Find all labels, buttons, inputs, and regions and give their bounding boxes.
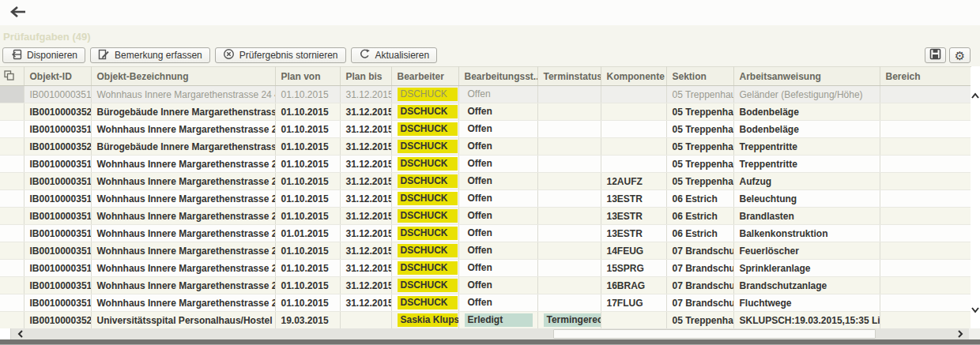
col-sektion[interactable]: Sektion — [666, 67, 733, 86]
cell-plan-bis — [340, 312, 391, 329]
cell-bearbeitungsstatus: Offen — [458, 103, 537, 121]
col-bearbeiter[interactable]: Bearbeiter — [391, 67, 458, 86]
cell-bearbeiter: DSCHUCK — [391, 190, 458, 208]
cell-terminstatus — [537, 86, 601, 103]
bemerkung-erfassen-button[interactable]: Bemerkung erfassen — [90, 47, 210, 63]
table-row[interactable]: IB00100003520 Bürogebäude Innere Margare… — [0, 138, 971, 156]
cell-plan-von: 01.01.2015 — [275, 225, 340, 242]
table-row[interactable]: IB00100003519 Wohnhaus Innere Margarethe… — [0, 294, 971, 312]
table-row[interactable]: IB00100003520 Bürogebäude Innere Margare… — [0, 103, 971, 121]
col-plan-bis[interactable]: Plan bis — [340, 67, 391, 86]
row-selector[interactable] — [0, 277, 24, 294]
cell-terminstatus — [537, 242, 601, 260]
cell-arbeitsanweisung: Geländer (Befestigung/Höhe) — [733, 86, 880, 103]
cell-sektion: 05 Treppenhaus — [666, 103, 733, 121]
cell-bearbeitungsstatus: Erledigt — [458, 312, 537, 329]
table-row[interactable]: IB00100003519 Wohnhaus Innere Margarethe… — [0, 225, 971, 242]
bearbeiter-badge: DSCHUCK — [398, 227, 458, 240]
row-selector[interactable] — [0, 208, 24, 225]
settings-button[interactable]: ⚙ — [949, 47, 971, 63]
row-selector[interactable] — [0, 103, 24, 121]
col-arbeitsanweisung[interactable]: Arbeitsanweisung — [733, 67, 880, 86]
table-row[interactable]: IB00100003519 Wohnhaus Innere Margarethe… — [0, 242, 971, 260]
cell-bereich — [880, 86, 971, 103]
table-row[interactable]: IB00100003519 Wohnhaus Innere Margarethe… — [0, 86, 971, 103]
col-terminstatus[interactable]: Terminstatus — [537, 67, 601, 86]
terminstatus-badge: Termingerecht — [544, 313, 601, 327]
horizontal-scroll-thumb[interactable] — [553, 329, 876, 339]
scroll-up-icon[interactable] — [971, 91, 980, 103]
cell-bearbeiter: DSCHUCK — [391, 86, 458, 103]
cell-plan-bis: 31.12.2015 — [340, 260, 391, 277]
row-selector[interactable] — [0, 86, 24, 103]
disponieren-button[interactable]: Disponieren — [2, 47, 85, 63]
back-button[interactable] — [8, 6, 28, 20]
row-selector[interactable] — [0, 294, 24, 312]
cell-plan-von: 01.10.2015 — [275, 260, 340, 277]
table-row[interactable]: IB00100003519 Wohnhaus Innere Margarethe… — [0, 190, 971, 208]
cell-bereich — [880, 121, 971, 138]
bearbeiter-badge: DSCHUCK — [398, 122, 458, 136]
cell-bereich — [880, 156, 971, 173]
col-bereich[interactable]: Bereich — [880, 67, 971, 86]
row-selector[interactable] — [0, 173, 24, 190]
cell-sektion: 07 Brandschutz — [666, 260, 733, 277]
cell-plan-von: 01.10.2015 — [275, 242, 340, 260]
scroll-right-icon[interactable] — [953, 328, 967, 339]
row-selector[interactable] — [0, 156, 24, 173]
status-value: Offen — [465, 244, 533, 257]
table-row[interactable]: IB00100003519 Wohnhaus Innere Margarethe… — [0, 173, 971, 190]
cell-sektion: 07 Brandschutz — [666, 277, 733, 294]
aktualisieren-button[interactable]: Aktualisieren — [351, 47, 438, 63]
cell-sektion: 06 Estrich — [666, 208, 733, 225]
cell-komponente — [601, 103, 666, 121]
cell-bereich — [880, 138, 971, 156]
table-row[interactable]: IB00100003519 Wohnhaus Innere Margarethe… — [0, 260, 971, 277]
row-selector[interactable] — [0, 242, 24, 260]
cell-objekt-bezeichnung: Wohnhaus Innere Margarethenstrasse 24 40… — [91, 208, 275, 225]
cell-objekt-bezeichnung: Wohnhaus Innere Margarethenstrasse 24 40… — [91, 242, 275, 260]
row-selector[interactable] — [0, 138, 24, 156]
table-row[interactable]: IB00100003519 Wohnhaus Innere Margarethe… — [0, 277, 971, 294]
col-objekt-id[interactable]: Objekt-ID — [24, 67, 91, 86]
cell-arbeitsanweisung: Aufzug — [733, 173, 880, 190]
bearbeiter-badge: DSCHUCK — [398, 279, 458, 292]
select-all-icon — [4, 72, 14, 83]
status-value: Offen — [465, 209, 533, 223]
table-row[interactable]: IB00100003519 Wohnhaus Innere Margarethe… — [0, 208, 971, 225]
col-komponente[interactable]: Komponente — [601, 67, 666, 86]
table-row[interactable]: IB00100003519 Wohnhaus Innere Margarethe… — [0, 156, 971, 173]
note-edit-icon — [98, 49, 110, 62]
row-selector[interactable] — [0, 312, 24, 329]
row-selector[interactable] — [0, 260, 24, 277]
cell-terminstatus — [537, 260, 601, 277]
col-plan-von[interactable]: Plan von — [275, 67, 340, 86]
cell-sektion: 05 Treppenhaus — [666, 156, 733, 173]
save-button[interactable] — [925, 47, 946, 63]
row-selector[interactable] — [0, 121, 24, 138]
pruefergebnis-stornieren-button[interactable]: Prüfergebnis stornieren — [215, 47, 346, 63]
cell-sektion: 05 Treppenhaus — [666, 86, 733, 103]
status-value: Offen — [465, 140, 533, 153]
row-selector[interactable] — [0, 225, 24, 242]
cell-bereich — [880, 225, 971, 242]
cell-objekt-id: IB00100003519 — [24, 121, 91, 138]
status-value: Offen — [465, 157, 533, 171]
cell-arbeitsanweisung: Balkenkonstruktion — [733, 225, 880, 242]
scroll-down-icon[interactable] — [971, 304, 980, 317]
scroll-left-icon[interactable] — [13, 328, 28, 339]
col-bearbeitungsstatus[interactable]: Bearbeitungsst... — [458, 67, 537, 86]
row-selector[interactable] — [0, 190, 24, 208]
horizontal-scrollbar[interactable] — [0, 328, 980, 339]
cell-objekt-id: IB00100003522 — [24, 312, 91, 329]
table-row[interactable]: IB00100003519 Wohnhaus Innere Margarethe… — [0, 121, 971, 138]
col-objekt-bezeichnung[interactable]: Objekt-Bezeichnung — [91, 67, 275, 86]
select-all-header[interactable] — [0, 67, 24, 86]
cell-bearbeitungsstatus: Offen — [458, 173, 537, 190]
vertical-scrollbar[interactable] — [971, 67, 980, 328]
table-row[interactable]: IB00100003522 Universitätsspital Persona… — [0, 312, 971, 329]
cell-bearbeiter: DSCHUCK — [391, 121, 458, 138]
cell-terminstatus: Termingerecht — [537, 312, 601, 329]
bearbeiter-badge: DSCHUCK — [398, 296, 458, 309]
cell-bereich — [880, 260, 971, 277]
